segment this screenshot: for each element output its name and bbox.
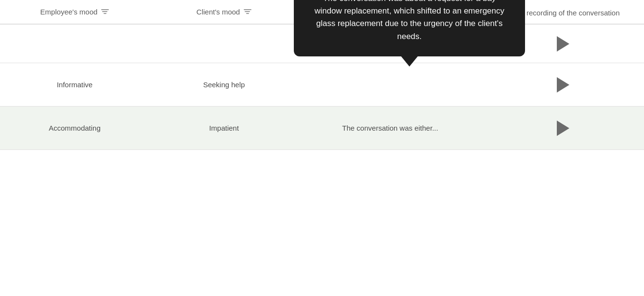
tooltip-arrow: [401, 56, 418, 67]
audio-cell-3[interactable]: [482, 121, 644, 136]
summary-cell-3: The conversation was either...: [299, 114, 482, 142]
header-employee-mood-label: Employee's mood: [40, 8, 98, 16]
summary-value-3: The conversation was either...: [342, 124, 438, 132]
audio-cell-2[interactable]: [482, 77, 644, 93]
client-mood-value-2: Seeking help: [203, 81, 245, 89]
table-container: Employee's mood Client's mood Brief summ…: [0, 0, 644, 150]
header-client-mood-label: Client's mood: [197, 8, 240, 16]
play-button-3[interactable]: [557, 121, 569, 136]
play-button-2[interactable]: [557, 77, 569, 93]
client-mood-filter-icon[interactable]: [244, 9, 251, 14]
employee-mood-cell-3: Accommodating: [0, 114, 149, 142]
table-row: Accommodating Impatient The conversation…: [0, 107, 644, 150]
employee-mood-filter-icon[interactable]: [101, 9, 109, 14]
tooltip-box: The conversation was about a request for…: [294, 0, 525, 56]
summary-tooltip: The conversation was about a request for…: [294, 0, 525, 56]
client-mood-value-3: Impatient: [209, 124, 239, 132]
client-mood-cell-2: Seeking help: [149, 71, 299, 98]
play-button-1[interactable]: [557, 36, 569, 52]
header-employee-mood[interactable]: Employee's mood: [0, 8, 149, 18]
employee-mood-value-2: Informative: [57, 81, 92, 89]
employee-mood-value-3: Accommodating: [49, 124, 101, 132]
header-client-mood[interactable]: Client's mood: [149, 8, 299, 18]
tooltip-text: The conversation was about a request for…: [315, 0, 504, 41]
employee-mood-cell-1: [0, 34, 149, 54]
client-mood-cell-1: [149, 34, 299, 54]
table-row: Informative Seeking help The conversatio…: [0, 63, 644, 107]
summary-cell-2: The conversation was about a request for…: [299, 75, 482, 94]
client-mood-cell-3: Impatient: [149, 114, 299, 142]
employee-mood-cell-2: Informative: [0, 71, 149, 98]
